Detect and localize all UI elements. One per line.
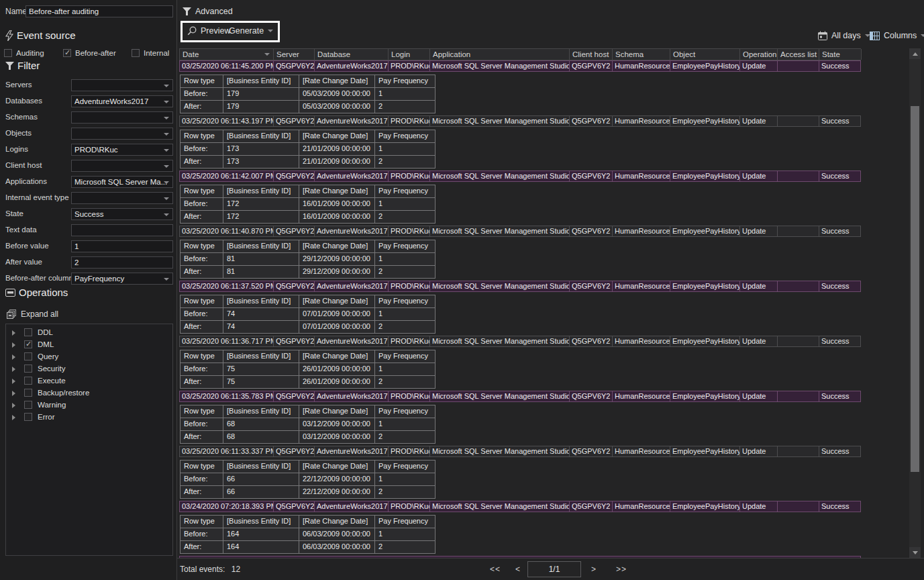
grid-header-cell-schema[interactable]: Schema [613, 49, 670, 60]
state-dropdown[interactable]: Success [71, 208, 173, 220]
pager-page-indicator[interactable]: 1/1 [527, 561, 581, 577]
client-host-dropdown[interactable] [71, 160, 173, 172]
tree-item-query[interactable]: Query [6, 351, 172, 363]
expand-arrow-icon[interactable] [12, 342, 15, 348]
operations-heading: Operations [5, 287, 68, 298]
event-cell-schema: HumanResources [613, 446, 670, 456]
event-row[interactable]: 03/25/2020 06:11:40.870 PMQ5GPV6Y2Advent… [179, 226, 861, 237]
expand-all-button[interactable]: Expand all [7, 309, 58, 319]
expand-arrow-icon[interactable] [12, 391, 15, 396]
dropdown-value: AdventureWorks2017 [74, 97, 170, 105]
grid-header-cell-server[interactable]: Server [274, 49, 315, 60]
expand-arrow-icon[interactable] [12, 330, 15, 336]
expand-arrow-icon[interactable] [12, 403, 15, 408]
event-row[interactable]: 03/25/2020 06:11:42.007 PMQ5GPV6Y2Advent… [179, 171, 861, 182]
event-row[interactable]: 03/25/2020 06:11:35.783 PMQ5GPV6Y2Advent… [179, 391, 861, 402]
tree-checkbox-ddl[interactable] [24, 328, 32, 336]
column-title: Schema [615, 50, 644, 58]
grid-header-cell-operation[interactable]: Operation [740, 49, 778, 60]
checkbox-auditing[interactable]: Auditing [4, 49, 44, 57]
pager-prev-button[interactable]: < [515, 559, 521, 580]
event-cell-application: Microsoft SQL Server Management Studio [430, 61, 570, 71]
subgrid-before-row: Before:17216/01/2009 00:00:001 [181, 198, 435, 211]
expand-arrow-icon[interactable] [12, 415, 15, 420]
grid-header-cell-date[interactable]: Date [180, 49, 274, 60]
event-cell-date: 03/24/2020 07:20:18.393 PM [180, 501, 274, 512]
vertical-scrollbar[interactable] [909, 48, 921, 558]
expand-arrow-icon[interactable] [12, 379, 15, 384]
tree-item-execute[interactable]: Execute [6, 375, 172, 387]
tree-item-dml[interactable]: DML [6, 339, 172, 351]
grid-header-cell-state[interactable]: State [819, 49, 862, 60]
name-label: Name [5, 7, 25, 16]
internal-event-type-dropdown[interactable] [71, 192, 173, 204]
columns-label: Columns [884, 31, 917, 40]
checkbox-box-auditing[interactable] [4, 49, 12, 57]
subgrid-cell: 173 [223, 156, 299, 168]
databases-dropdown[interactable]: AdventureWorks2017 [71, 95, 173, 107]
grid-header-cell-object[interactable]: Object [670, 49, 740, 60]
event-cell-object: EmployeePayHistory [670, 226, 740, 236]
tree-item-error[interactable]: Error [6, 412, 172, 424]
subgrid-header-rate-change-date: [Rate Change Date] [299, 295, 375, 308]
checkbox-box-before-after[interactable] [63, 49, 71, 57]
subgrid-cell: 1 [375, 473, 435, 486]
expand-arrow-icon[interactable] [12, 367, 15, 372]
event-row[interactable]: 03/24/2020 07:20:18.393 PMQ5GPV6Y2Advent… [179, 501, 861, 512]
pager-last-button[interactable]: >> [616, 559, 627, 580]
grid-header-cell-database[interactable]: Database [315, 49, 389, 60]
event-row[interactable]: 03/25/2020 06:11:43.197 PMQ5GPV6Y2Advent… [179, 115, 861, 127]
scrollbar-thumb[interactable] [911, 106, 919, 472]
checkbox-internal[interactable]: Internal [132, 49, 169, 57]
tree-item-warning[interactable]: Warning [6, 399, 172, 412]
before-value-input[interactable] [71, 240, 173, 252]
filter-field-before-after-column: Before-after columnPayFrequency [0, 273, 177, 285]
event-row[interactable]: 03/25/2020 06:11:33.337 PMQ5GPV6Y2Advent… [179, 446, 861, 457]
servers-dropdown[interactable] [71, 79, 173, 91]
event-cell-operation: Update [740, 336, 778, 346]
schemas-dropdown[interactable] [71, 111, 173, 124]
column-title: Application [433, 50, 470, 58]
text-data-input[interactable] [71, 224, 173, 236]
tree-checkbox-query[interactable] [24, 352, 32, 360]
before-after-column-dropdown[interactable]: PayFrequency [71, 273, 173, 285]
pager-first-button[interactable]: << [490, 559, 501, 580]
expand-arrow-icon[interactable] [12, 354, 15, 360]
after-value-input[interactable] [71, 256, 173, 269]
checkbox-before-after[interactable]: Before-after [63, 49, 116, 57]
grid-header-cell-client-host[interactable]: Client host [570, 49, 613, 60]
grid-header-cell-access-list[interactable]: Access list [778, 49, 819, 60]
scroll-up-button[interactable] [909, 48, 921, 59]
tree-checkbox-dml[interactable] [24, 340, 32, 348]
event-row[interactable]: 03/25/2020 06:11:37.520 PMQ5GPV6Y2Advent… [179, 281, 861, 292]
grid-header-cell-login[interactable]: Login [389, 49, 430, 60]
pager-next-button[interactable]: > [591, 559, 597, 580]
all-days-button[interactable]: All days [818, 31, 870, 40]
chevron-down-icon [164, 133, 169, 136]
tree-checkbox-backup-restore[interactable] [24, 389, 32, 397]
event-row[interactable]: 03/25/2020 06:11:36.717 PMQ5GPV6Y2Advent… [179, 336, 861, 347]
tree-checkbox-security[interactable] [24, 365, 32, 373]
subgrid-cell: After: [181, 431, 223, 444]
all-days-label: All days [831, 31, 861, 40]
tree-checkbox-warning[interactable] [24, 401, 32, 409]
advanced-button[interactable]: Advanced [183, 7, 233, 16]
name-input[interactable] [25, 5, 173, 17]
columns-button[interactable]: Columns [870, 31, 924, 40]
logins-dropdown[interactable]: PROD\RKuc [71, 144, 173, 156]
tree-item-backup-restore[interactable]: Backup/restore [6, 387, 172, 399]
event-cell-application: Microsoft SQL Server Management Studio [430, 171, 570, 181]
event-row[interactable]: 03/25/2020 06:11:45.200 PMQ5GPV6Y2Advent… [179, 60, 861, 72]
checkbox-box-internal[interactable] [132, 49, 140, 57]
event-block: 03/25/2020 06:11:45.200 PMQ5GPV6Y2Advent… [179, 60, 909, 113]
subgrid-cell: 2 [375, 486, 435, 499]
tree-item-ddl[interactable]: DDL [6, 327, 172, 339]
scroll-down-button[interactable] [909, 547, 921, 558]
tree-checkbox-execute[interactable] [24, 377, 32, 385]
applications-dropdown[interactable]: Microsoft SQL Server Ma... [71, 176, 173, 188]
chevron-down-icon [164, 165, 169, 168]
grid-header-cell-application[interactable]: Application [430, 49, 570, 60]
objects-dropdown[interactable] [71, 128, 173, 140]
tree-checkbox-error[interactable] [24, 413, 32, 421]
tree-item-security[interactable]: Security [6, 363, 172, 375]
